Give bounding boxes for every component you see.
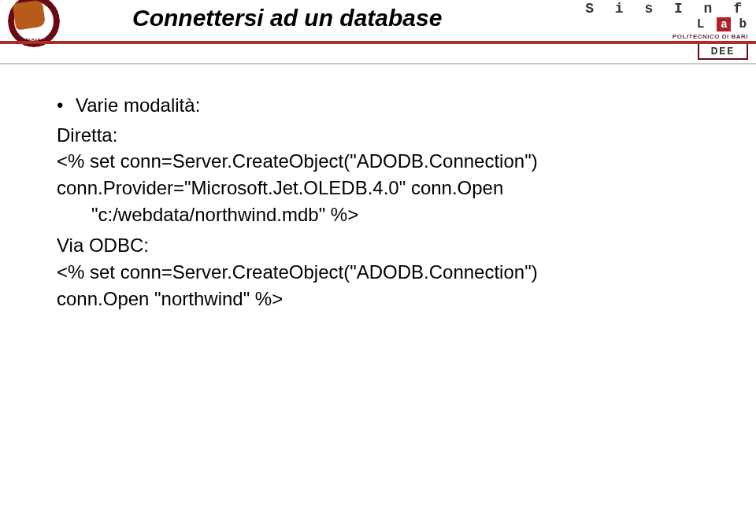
slide-title: Connettersi ad un database [132,5,442,31]
lab-logo: S i s I n f L a b POLITECNICO DI BARI [585,2,748,40]
logo-subline: POLITECNICO DI BARI [585,33,748,40]
code-line: conn.Open "northwind" %> [57,286,709,312]
badge-emblem [13,0,46,30]
bullet-text: Varie modalità: [76,94,200,116]
code-line: Via ODBC: [57,233,709,258]
logo-line1: S i s I n f [585,2,748,16]
logo-lab-a: a [717,17,731,31]
divider-primary [0,41,756,44]
institution-badge: DI BARI [8,0,60,47]
dee-badge: DEE [698,42,748,60]
bullet-item: Varie modalità: [57,93,709,118]
divider-secondary [0,63,756,65]
slide-body: Varie modalità: Diretta: <% set conn=Ser… [57,93,709,312]
slide-header: DI BARI Connettersi ad un database S i s… [0,0,756,46]
logo-lab-b: b [739,17,748,31]
logo-lab-row: L a b [697,17,748,31]
code-line: Diretta: [57,123,709,148]
code-line: <% set conn=Server.CreateObject("ADODB.C… [57,149,709,174]
logo-lab-l: L [697,17,710,31]
dee-text: DEE [711,46,736,57]
code-line: "c:/webdata/northwind.mdb" %> [57,202,709,227]
code-line: <% set conn=Server.CreateObject("ADODB.C… [57,260,709,285]
code-line: conn.Provider="Microsoft.Jet.OLEDB.4.0" … [57,175,709,201]
